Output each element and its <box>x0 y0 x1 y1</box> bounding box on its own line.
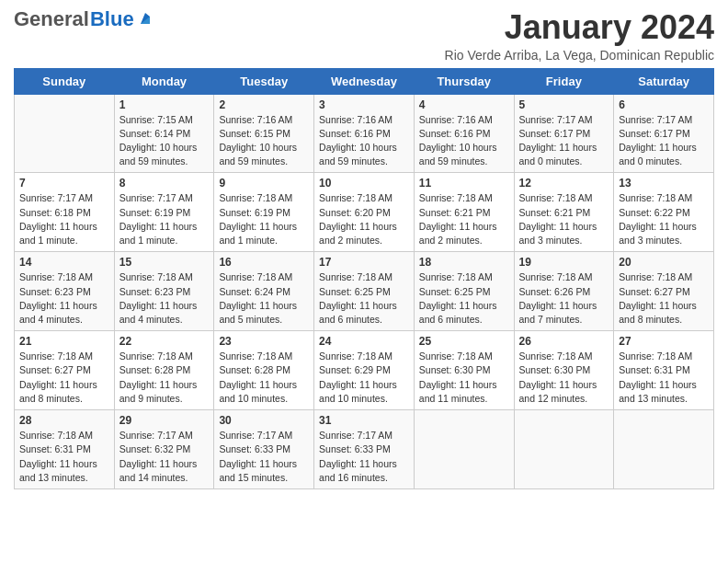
calendar-cell: 1Sunrise: 7:15 AMSunset: 6:14 PMDaylight… <box>114 94 214 173</box>
day-info: Sunrise: 7:17 AMSunset: 6:33 PMDaylight:… <box>219 429 309 485</box>
day-info: Sunrise: 7:18 AMSunset: 6:22 PMDaylight:… <box>619 191 709 247</box>
day-info: Sunrise: 7:18 AMSunset: 6:27 PMDaylight:… <box>19 350 109 406</box>
day-info: Sunrise: 7:18 AMSunset: 6:28 PMDaylight:… <box>219 350 309 406</box>
day-number: 11 <box>419 177 509 190</box>
weekday-header: Wednesday <box>314 68 415 94</box>
day-info: Sunrise: 7:18 AMSunset: 6:24 PMDaylight:… <box>219 270 309 327</box>
calendar-cell <box>414 410 514 489</box>
calendar-cell: 5Sunrise: 7:17 AMSunset: 6:17 PMDaylight… <box>514 94 614 173</box>
calendar-cell: 18Sunrise: 7:18 AMSunset: 6:25 PMDayligh… <box>414 252 514 331</box>
calendar-cell: 30Sunrise: 7:17 AMSunset: 6:33 PMDayligh… <box>214 410 314 489</box>
day-info: Sunrise: 7:18 AMSunset: 6:29 PMDaylight:… <box>319 350 409 406</box>
calendar-cell: 15Sunrise: 7:18 AMSunset: 6:23 PMDayligh… <box>114 252 214 331</box>
calendar-cell: 31Sunrise: 7:17 AMSunset: 6:33 PMDayligh… <box>314 410 415 489</box>
day-info: Sunrise: 7:18 AMSunset: 6:21 PMDaylight:… <box>419 191 509 247</box>
calendar-week-row: 21Sunrise: 7:18 AMSunset: 6:27 PMDayligh… <box>15 331 714 410</box>
calendar-cell: 29Sunrise: 7:17 AMSunset: 6:32 PMDayligh… <box>114 410 214 489</box>
calendar-cell: 12Sunrise: 7:18 AMSunset: 6:21 PMDayligh… <box>514 173 614 252</box>
weekday-header: Sunday <box>15 68 115 94</box>
day-info: Sunrise: 7:18 AMSunset: 6:25 PMDaylight:… <box>419 270 509 327</box>
calendar-cell: 6Sunrise: 7:17 AMSunset: 6:17 PMDaylight… <box>614 94 714 173</box>
day-info: Sunrise: 7:18 AMSunset: 6:30 PMDaylight:… <box>419 350 509 406</box>
day-number: 9 <box>219 177 309 190</box>
day-number: 3 <box>319 98 409 111</box>
day-info: Sunrise: 7:18 AMSunset: 6:30 PMDaylight:… <box>519 350 609 406</box>
day-number: 10 <box>319 177 409 190</box>
day-info: Sunrise: 7:16 AMSunset: 6:16 PMDaylight:… <box>319 113 409 169</box>
weekday-header: Thursday <box>414 68 514 94</box>
calendar-cell <box>614 410 714 489</box>
day-number: 20 <box>619 256 709 269</box>
calendar-cell: 14Sunrise: 7:18 AMSunset: 6:23 PMDayligh… <box>15 252 115 331</box>
day-info: Sunrise: 7:18 AMSunset: 6:23 PMDaylight:… <box>19 270 109 327</box>
day-number: 24 <box>319 335 409 348</box>
calendar-cell: 28Sunrise: 7:18 AMSunset: 6:31 PMDayligh… <box>15 410 115 489</box>
day-info: Sunrise: 7:18 AMSunset: 6:31 PMDaylight:… <box>19 429 109 485</box>
logo-icon <box>137 11 154 28</box>
day-number: 4 <box>419 98 509 111</box>
day-info: Sunrise: 7:18 AMSunset: 6:28 PMDaylight:… <box>119 350 210 406</box>
day-info: Sunrise: 7:17 AMSunset: 6:18 PMDaylight:… <box>19 191 109 247</box>
page-header: General Blue January 2024 Rio Verde Arri… <box>14 9 714 63</box>
calendar-cell <box>514 410 614 489</box>
day-number: 6 <box>619 98 709 111</box>
weekday-header: Monday <box>114 68 214 94</box>
calendar-cell: 16Sunrise: 7:18 AMSunset: 6:24 PMDayligh… <box>214 252 314 331</box>
month-title: January 2024 <box>445 9 714 46</box>
day-info: Sunrise: 7:16 AMSunset: 6:16 PMDaylight:… <box>419 113 509 169</box>
calendar-cell <box>15 94 115 173</box>
calendar-week-row: 1Sunrise: 7:15 AMSunset: 6:14 PMDaylight… <box>15 94 714 173</box>
day-info: Sunrise: 7:17 AMSunset: 6:19 PMDaylight:… <box>119 191 210 247</box>
calendar-week-row: 28Sunrise: 7:18 AMSunset: 6:31 PMDayligh… <box>15 410 714 489</box>
day-number: 28 <box>19 414 109 427</box>
location-subtitle: Rio Verde Arriba, La Vega, Dominican Rep… <box>445 48 714 63</box>
day-number: 16 <box>219 256 309 269</box>
day-number: 21 <box>19 335 109 348</box>
day-number: 8 <box>119 177 210 190</box>
day-number: 27 <box>619 335 709 348</box>
calendar-cell: 10Sunrise: 7:18 AMSunset: 6:20 PMDayligh… <box>314 173 415 252</box>
calendar-cell: 3Sunrise: 7:16 AMSunset: 6:16 PMDaylight… <box>314 94 415 173</box>
day-number: 29 <box>119 414 210 427</box>
weekday-header: Saturday <box>614 68 714 94</box>
calendar-cell: 22Sunrise: 7:18 AMSunset: 6:28 PMDayligh… <box>114 331 214 410</box>
weekday-header-row: SundayMondayTuesdayWednesdayThursdayFrid… <box>15 68 714 94</box>
day-number: 30 <box>219 414 309 427</box>
calendar-cell: 24Sunrise: 7:18 AMSunset: 6:29 PMDayligh… <box>314 331 415 410</box>
day-number: 31 <box>319 414 409 427</box>
calendar-cell: 25Sunrise: 7:18 AMSunset: 6:30 PMDayligh… <box>414 331 514 410</box>
day-info: Sunrise: 7:18 AMSunset: 6:26 PMDaylight:… <box>519 270 609 327</box>
title-area: January 2024 Rio Verde Arriba, La Vega, … <box>445 9 714 63</box>
calendar-cell: 26Sunrise: 7:18 AMSunset: 6:30 PMDayligh… <box>514 331 614 410</box>
calendar-cell: 9Sunrise: 7:18 AMSunset: 6:19 PMDaylight… <box>214 173 314 252</box>
day-number: 2 <box>219 98 309 111</box>
calendar-cell: 17Sunrise: 7:18 AMSunset: 6:25 PMDayligh… <box>314 252 415 331</box>
day-number: 25 <box>419 335 509 348</box>
day-number: 26 <box>519 335 609 348</box>
day-info: Sunrise: 7:17 AMSunset: 6:33 PMDaylight:… <box>319 429 409 485</box>
day-info: Sunrise: 7:18 AMSunset: 6:20 PMDaylight:… <box>319 191 409 247</box>
logo-blue-text: Blue <box>90 9 134 29</box>
calendar-cell: 4Sunrise: 7:16 AMSunset: 6:16 PMDaylight… <box>414 94 514 173</box>
day-info: Sunrise: 7:18 AMSunset: 6:25 PMDaylight:… <box>319 270 409 327</box>
weekday-header: Tuesday <box>214 68 314 94</box>
calendar-cell: 8Sunrise: 7:17 AMSunset: 6:19 PMDaylight… <box>114 173 214 252</box>
day-number: 12 <box>519 177 609 190</box>
calendar-cell: 27Sunrise: 7:18 AMSunset: 6:31 PMDayligh… <box>614 331 714 410</box>
calendar-cell: 7Sunrise: 7:17 AMSunset: 6:18 PMDaylight… <box>15 173 115 252</box>
day-number: 19 <box>519 256 609 269</box>
calendar-table: SundayMondayTuesdayWednesdayThursdayFrid… <box>14 68 714 489</box>
day-info: Sunrise: 7:17 AMSunset: 6:17 PMDaylight:… <box>619 113 709 169</box>
day-info: Sunrise: 7:17 AMSunset: 6:32 PMDaylight:… <box>119 429 210 485</box>
day-number: 22 <box>119 335 210 348</box>
day-number: 14 <box>19 256 109 269</box>
day-number: 17 <box>319 256 409 269</box>
day-number: 18 <box>419 256 509 269</box>
day-info: Sunrise: 7:16 AMSunset: 6:15 PMDaylight:… <box>219 113 309 169</box>
logo: General Blue <box>14 9 154 29</box>
calendar-cell: 11Sunrise: 7:18 AMSunset: 6:21 PMDayligh… <box>414 173 514 252</box>
calendar-cell: 19Sunrise: 7:18 AMSunset: 6:26 PMDayligh… <box>514 252 614 331</box>
calendar-cell: 21Sunrise: 7:18 AMSunset: 6:27 PMDayligh… <box>15 331 115 410</box>
day-info: Sunrise: 7:18 AMSunset: 6:27 PMDaylight:… <box>619 270 709 327</box>
day-info: Sunrise: 7:15 AMSunset: 6:14 PMDaylight:… <box>119 113 210 169</box>
